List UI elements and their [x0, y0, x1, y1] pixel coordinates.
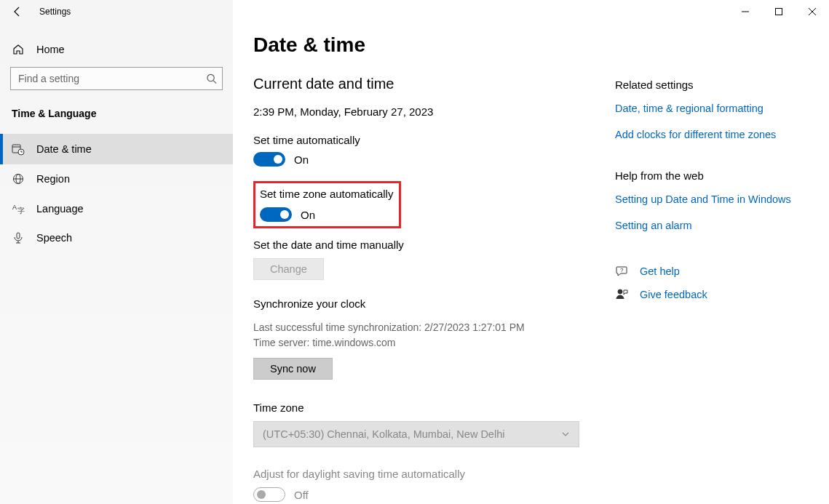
maximize-icon — [775, 8, 782, 15]
set-tz-auto-toggle[interactable] — [260, 207, 292, 222]
globe-icon — [12, 173, 25, 185]
link-setting-alarm[interactable]: Setting an alarm — [615, 220, 809, 231]
sidebar-item-region[interactable]: Region — [0, 164, 233, 193]
maximize-button[interactable] — [762, 0, 796, 23]
sync-info: Last successful time synchronization: 2/… — [253, 320, 612, 351]
feedback-icon — [615, 288, 630, 301]
link-regional-formatting[interactable]: Date, time & regional formatting — [615, 103, 809, 114]
sidebar-item-speech[interactable]: Speech — [0, 223, 233, 252]
chevron-down-icon — [561, 430, 570, 439]
link-add-clocks[interactable]: Add clocks for different time zones — [615, 129, 809, 140]
set-manual-label: Set the date and time manually — [253, 239, 612, 251]
tz-label: Time zone — [253, 401, 612, 414]
titlebar: Settings — [0, 0, 829, 23]
svg-text:?: ? — [620, 267, 624, 273]
tz-value: (UTC+05:30) Chennai, Kolkata, Mumbai, Ne… — [263, 428, 504, 440]
back-button[interactable] — [0, 0, 35, 23]
home-icon — [12, 44, 25, 55]
svg-point-20 — [618, 289, 622, 294]
set-time-auto-label: Set time automatically — [253, 134, 612, 146]
clock-calendar-icon — [12, 143, 25, 156]
svg-rect-16 — [17, 233, 20, 239]
page-title: Date & time — [253, 33, 612, 57]
sidebar-item-label: Speech — [36, 232, 72, 244]
search-input[interactable] — [10, 67, 223, 90]
sidebar-item-label: Region — [36, 173, 70, 185]
sync-block: Synchronize your clock Last successful t… — [253, 297, 612, 380]
dst-state: Off — [294, 489, 309, 501]
dst-toggle — [253, 487, 285, 502]
svg-text:A: A — [12, 204, 17, 211]
dst-label: Adjust for daylight saving time automati… — [253, 468, 612, 480]
main: Date & time Current date and time 2:39 P… — [233, 0, 829, 504]
close-button[interactable] — [796, 0, 829, 23]
minimize-icon — [742, 8, 749, 15]
set-time-auto-state: On — [294, 153, 309, 166]
tz-block: Time zone (UTC+05:30) Chennai, Kolkata, … — [253, 401, 612, 447]
sync-now-button[interactable]: Sync now — [253, 358, 333, 380]
current-heading: Current date and time — [253, 76, 612, 92]
chat-help-icon: ? — [615, 265, 630, 278]
svg-line-5 — [213, 81, 216, 84]
current-datetime: 2:39 PM, Monday, February 27, 2023 — [253, 105, 612, 118]
sidebar-item-label: Date & time — [36, 143, 92, 155]
set-tz-auto-state: On — [301, 209, 315, 221]
minimize-button[interactable] — [729, 0, 762, 23]
highlighted-setting: Set time zone automatically On — [253, 181, 401, 228]
right-pane: Related settings Date, time & regional f… — [612, 33, 809, 504]
sync-server: Time server: time.windows.com — [253, 335, 612, 351]
search-wrap — [10, 67, 223, 90]
give-feedback-link[interactable]: Give feedback — [640, 289, 707, 300]
link-setup-datetime[interactable]: Setting up Date and Time in Windows — [615, 193, 809, 205]
get-help-link[interactable]: Get help — [640, 265, 680, 277]
feedback-row: Give feedback — [615, 288, 809, 301]
help-title: Help from the web — [615, 169, 809, 182]
svg-text:字: 字 — [17, 207, 25, 215]
set-tz-auto-label: Set time zone automatically — [260, 188, 393, 200]
sidebar: Home Time & Language Date & time Region … — [0, 0, 233, 504]
sidebar-item-date-time[interactable]: Date & time — [0, 134, 233, 164]
search-icon — [206, 73, 217, 84]
sync-heading: Synchronize your clock — [253, 297, 612, 310]
sidebar-section-title: Time & Language — [0, 97, 233, 134]
dst-block: Adjust for daylight saving time automati… — [253, 468, 612, 502]
content: Date & time Current date and time 2:39 P… — [253, 33, 612, 504]
tz-select: (UTC+05:30) Chennai, Kolkata, Mumbai, Ne… — [253, 421, 579, 447]
get-help-row: ? Get help — [615, 265, 809, 278]
sync-last: Last successful time synchronization: 2/… — [253, 320, 612, 335]
set-time-auto-row: On — [253, 152, 612, 167]
related-title: Related settings — [615, 79, 809, 91]
help-section: Help from the web Setting up Date and Ti… — [615, 169, 809, 231]
sidebar-item-language[interactable]: A字 Language — [0, 193, 233, 223]
microphone-icon — [12, 232, 25, 244]
change-button: Change — [253, 258, 324, 280]
home-nav[interactable]: Home — [0, 36, 233, 63]
close-icon — [809, 8, 816, 15]
window-controls — [729, 0, 829, 23]
home-label: Home — [36, 44, 65, 55]
svg-rect-1 — [776, 9, 782, 15]
window-title: Settings — [39, 7, 71, 17]
set-time-auto-toggle[interactable] — [253, 152, 285, 167]
svg-point-4 — [207, 74, 214, 81]
sidebar-item-label: Language — [36, 203, 84, 215]
language-icon: A字 — [12, 202, 25, 215]
arrow-left-icon — [12, 6, 23, 17]
